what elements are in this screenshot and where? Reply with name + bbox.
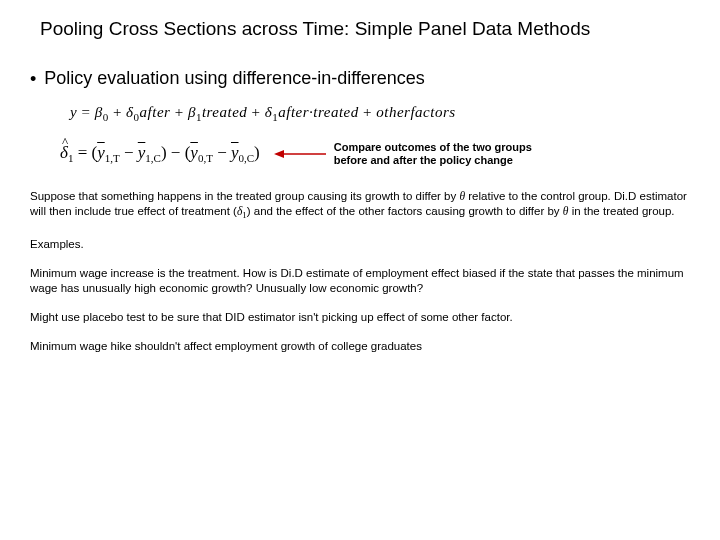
bullet-item: • Policy evaluation using difference-in-… — [30, 68, 690, 90]
arrow-icon — [274, 147, 326, 161]
did-estimator-equation: δ1 = (y1,T − y1,C) − (y0,T − y0,C) — [60, 143, 260, 164]
did-estimator-row: δ1 = (y1,T − y1,C) − (y0,T − y0,C) Compa… — [60, 141, 690, 167]
paragraph-minimum-wage: Minimum wage increase is the treatment. … — [30, 266, 690, 296]
paragraph-college-grads: Minimum wage hike shouldn't affect emplo… — [30, 339, 690, 354]
annotation-text: Compare outcomes of the two groups befor… — [334, 141, 544, 167]
paragraph-examples-heading: Examples. — [30, 237, 690, 252]
regression-equation: y = β0 + δ0after + β1treated + δ1after·t… — [70, 104, 690, 123]
slide-title: Pooling Cross Sections across Time: Simp… — [40, 18, 690, 40]
bullet-text: Policy evaluation using difference-in-di… — [44, 68, 425, 89]
paragraph-theta: Suppose that something happens in the tr… — [30, 189, 690, 223]
bullet-marker: • — [30, 68, 36, 90]
slide: Pooling Cross Sections across Time: Simp… — [0, 0, 720, 378]
svg-marker-1 — [274, 150, 284, 158]
paragraph-placebo: Might use placebo test to be sure that D… — [30, 310, 690, 325]
